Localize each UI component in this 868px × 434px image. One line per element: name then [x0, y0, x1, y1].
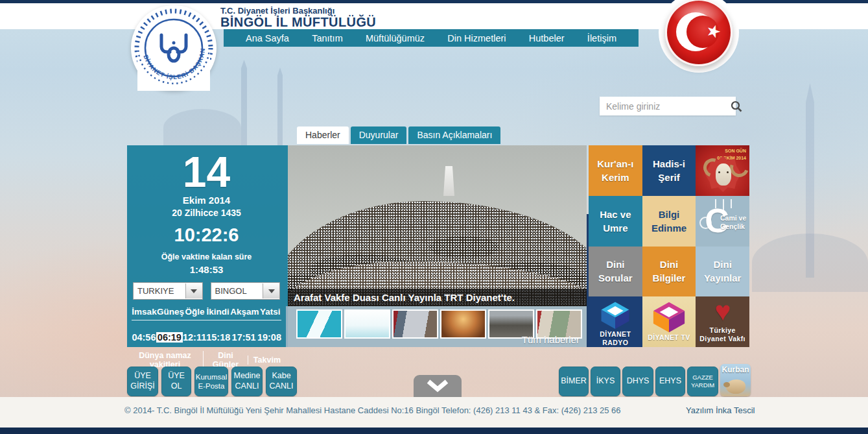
tile-hac-ve-umre[interactable]: Hac ve Umre: [589, 196, 642, 247]
bottom-left-buttons: ÜYE GİRİŞİ ÜYE OL Kurumsal E-Posta Medin…: [127, 367, 297, 396]
nav-item-ana-sayfa[interactable]: Ana Sayfa: [246, 33, 289, 43]
link-takvim[interactable]: Takvim: [248, 356, 286, 365]
news-thumbnail[interactable]: [344, 309, 390, 339]
copyright-text: © 2014- T.C. Bingöl İl Müftülüğü Yeni Şe…: [124, 405, 621, 415]
page-title: BİNGÖL İL MÜFTÜLÜĞÜ: [220, 15, 376, 30]
tile-dini-sorular[interactable]: Dini Sorular: [589, 247, 642, 297]
news-thumbnail[interactable]: [392, 309, 438, 339]
sheep-icon: [726, 380, 745, 394]
tab-duyurular[interactable]: Duyurular: [351, 127, 407, 144]
uye-ol-button[interactable]: ÜYE OL: [161, 367, 191, 396]
ehys-button[interactable]: EHYS: [655, 367, 685, 396]
chevron-down-icon[interactable]: [185, 283, 202, 298]
kabe-canli-button[interactable]: Kabe CANLI: [266, 367, 297, 396]
news-thumbnail[interactable]: [296, 309, 342, 339]
calendar-month-year: Ekim 2014: [127, 195, 286, 206]
radio-cube-icon: [598, 301, 633, 330]
hero-caption[interactable]: Arafat Vakfe Duası Canlı Yayınla TRT Diy…: [288, 289, 587, 306]
tdv-heart-icon: ♥: [714, 298, 731, 325]
site-supertitle: T.C. Diyanet İşleri Başkanlığı: [220, 6, 334, 16]
tab-basin-aciklamalari[interactable]: Basın Açıklamaları: [408, 127, 500, 144]
chevron-down-icon[interactable]: [263, 283, 279, 298]
news-thumbnail-strip: Tüm haberler: [286, 306, 587, 347]
medine-canli-button[interactable]: Medine CANLI: [231, 367, 263, 396]
countdown-value: 1:48:53: [127, 264, 286, 275]
bg-minaret-silhouette: [241, 60, 247, 145]
tile-kuran-i-kerim[interactable]: Kur'an-ı Kerim: [589, 145, 642, 196]
turkish-flag-button[interactable]: ★: [665, 0, 733, 66]
bg-minaret-silhouette: [277, 67, 283, 145]
page: T.C. Diyanet İşleri Başkanlığı BİNGÖL İL…: [0, 0, 868, 434]
hero-news-image[interactable]: Arafat Vakfe Duası Canlı Yayınla TRT Diy…: [288, 145, 587, 306]
footer: © 2014- T.C. Bingöl İl Müftülüğü Yeni Şe…: [0, 397, 868, 428]
current-prayer-highlight: 06:19: [156, 332, 183, 343]
search-input[interactable]: [600, 101, 730, 112]
tile-diyanet-tv[interactable]: DİYANET TV: [642, 296, 696, 347]
expand-panel-button[interactable]: [414, 375, 462, 397]
nav-item-din-hizmetleri[interactable]: Din Hizmetleri: [447, 33, 506, 43]
tile-cami-ve-genclik[interactable]: C Cami ve Gençlik: [696, 196, 749, 247]
hijri-date: 20 Zilhicce 1435: [127, 208, 286, 218]
tv-cube-icon: [651, 301, 686, 333]
main-nav: Ana Sayfa Tanıtım Müftülüğümüz Din Hizme…: [224, 29, 639, 47]
bg-dome-silhouette: [752, 234, 868, 292]
prayer-names-row: İmsak Güneş Öğle İkindi Akşam Yatsi: [127, 307, 286, 320]
bimer-button[interactable]: BİMER: [559, 367, 589, 396]
software-credit-link[interactable]: Yazılım İnka Tescil: [686, 405, 755, 415]
quick-links-grid: Kur'an-ı Kerim Hadis-i Şerif SON GÜN03 E…: [589, 145, 749, 347]
diyanet-emblem-icon: DİYANET İŞLERİ BAŞKANLIĞI: [131, 5, 217, 91]
bg-dome-silhouette: [163, 109, 241, 147]
nav-item-tanitim[interactable]: Tanıtım: [312, 33, 343, 43]
bottom-accent-bar: [0, 428, 868, 434]
tile-dini-yayinlar[interactable]: Dini Yayınlar: [696, 247, 749, 297]
tile-kurban-banner[interactable]: SON GÜN03 EKİM 2014: [696, 145, 749, 196]
all-news-link[interactable]: Tüm haberler: [522, 334, 580, 345]
divider: [132, 320, 281, 320]
countdown-label: Öğle vaktine kalan süre: [127, 252, 286, 261]
chevron-down-icon: [423, 379, 452, 393]
tile-turkiye-diyanet-vakfi[interactable]: ♥ Türkiye Diyanet Vakfı: [696, 296, 749, 347]
arafat-monument: [443, 166, 454, 196]
tile-dini-bilgiler[interactable]: Dini Bilgiler: [642, 247, 696, 297]
gazze-yardim-button[interactable]: GAZZE YARDIM: [687, 367, 718, 396]
city-select[interactable]: BINGOL: [211, 282, 281, 300]
tile-diyanet-radyo[interactable]: DİYANET RADYO: [589, 296, 642, 347]
dhys-button[interactable]: DHYS: [622, 367, 653, 396]
uye-girisi-button[interactable]: ÜYE GİRİŞİ: [127, 367, 158, 396]
diyanet-logo[interactable]: DİYANET İŞLERİ BAŞKANLIĞI: [131, 5, 217, 91]
tile-hadis-i-serif[interactable]: Hadis-i Şerif: [642, 145, 696, 196]
location-selects: TURKIYE BINGOL: [127, 282, 286, 300]
news-tabs: Haberler Duyurular Basın Açıklamaları: [297, 127, 500, 144]
calendar-day: 14: [127, 151, 286, 193]
ikys-button[interactable]: İKYS: [591, 367, 620, 396]
nav-item-muftulugumuz[interactable]: Müftülüğümüz: [366, 33, 425, 43]
search-box: [600, 97, 736, 115]
digital-clock: 10:22:6: [127, 224, 286, 246]
prayer-times-row: 04:56 06:19 12:11 15:18 17:51 19:08: [127, 328, 286, 343]
tile-bilgi-edinme[interactable]: Bilgi Edinme: [642, 196, 696, 247]
tab-haberler[interactable]: Haberler: [297, 127, 349, 144]
country-select[interactable]: TURKIYE: [133, 282, 203, 300]
nav-item-iletisim[interactable]: İletişim: [587, 33, 616, 43]
kurumsal-eposta-button[interactable]: Kurumsal E-Posta: [194, 367, 228, 396]
news-thumbnail[interactable]: [440, 309, 486, 339]
prayer-times-panel: 14 Ekim 2014 20 Zilhicce 1435 10:22:6 Öğ…: [127, 145, 286, 347]
search-icon[interactable]: [730, 100, 743, 113]
kurban-button[interactable]: Kurban: [720, 364, 751, 396]
nav-item-hutbeler[interactable]: Hutbeler: [529, 33, 565, 43]
bottom-right-buttons: BİMER İKYS DHYS EHYS GAZZE YARDIM Kurban: [559, 367, 751, 396]
